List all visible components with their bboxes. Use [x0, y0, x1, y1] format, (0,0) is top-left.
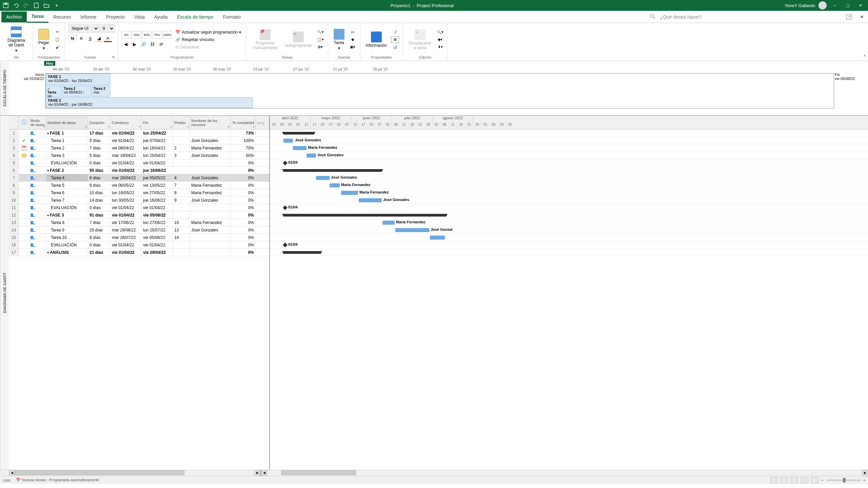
row-pct[interactable]: 0%: [231, 182, 256, 189]
row-resource[interactable]: [190, 241, 231, 248]
table-row[interactable]: 14Tarea 920 díasmar 28/06/22lun 25/07/22…: [9, 226, 269, 234]
row-resource[interactable]: José Gonzales: [190, 226, 231, 233]
outdent-icon[interactable]: ◀: [122, 41, 130, 48]
row-mode[interactable]: [29, 197, 46, 204]
row-mode[interactable]: [29, 189, 46, 196]
progress-25-button[interactable]: 25%: [132, 31, 141, 39]
row-duration[interactable]: 55 días: [88, 167, 111, 174]
unlink-icon[interactable]: ⛓: [148, 41, 156, 48]
row-number[interactable]: 15: [9, 234, 19, 241]
minimize-icon[interactable]: ─: [830, 2, 840, 9]
gantt-summary-bar[interactable]: [283, 251, 321, 254]
table-row[interactable]: 13Tarea 87 díasvie 17/06/22lun 27/06/221…: [9, 219, 269, 226]
row-end[interactable]: lun 18/04/22: [142, 144, 173, 151]
row-pred[interactable]: 8: [173, 189, 190, 196]
row-end[interactable]: lun 25/07/22: [142, 226, 173, 233]
row-duration[interactable]: 5 días: [88, 152, 111, 159]
table-row[interactable]: 12FASE 391 díasvie 01/04/22vie 05/08/220…: [9, 211, 269, 219]
row-name[interactable]: FASE 3: [46, 211, 88, 219]
row-pct[interactable]: 0%: [231, 241, 256, 248]
tab-informe[interactable]: Informe: [76, 12, 101, 22]
row-name[interactable]: Tarea 5: [46, 182, 88, 189]
row-pred[interactable]: [173, 159, 190, 166]
row-pct[interactable]: 100%: [231, 137, 256, 144]
row-name[interactable]: Tarea 4: [46, 174, 88, 181]
row-number[interactable]: 10: [9, 197, 19, 204]
tab-ayuda[interactable]: Ayuda: [150, 12, 172, 22]
scroll-left-icon[interactable]: ◀: [9, 470, 15, 475]
manual-schedule-button[interactable]: 📌 Programar manualmente: [250, 28, 281, 51]
deactivate-button[interactable]: ⊘ Desactivar: [174, 44, 242, 50]
row-name[interactable]: FASE 2: [46, 167, 88, 174]
row-resource[interactable]: Maria Fernandez: [190, 144, 231, 151]
view-report-icon[interactable]: [811, 477, 818, 483]
row-end[interactable]: vie 05/08/22: [142, 211, 173, 219]
gantt-milestone-icon[interactable]: [283, 243, 288, 247]
col-duration[interactable]: Duración▾: [88, 116, 111, 129]
row-pct[interactable]: 0%: [231, 159, 256, 166]
row-number[interactable]: 13: [9, 219, 19, 226]
gantt-summary-bar[interactable]: [283, 132, 314, 135]
table-row[interactable]: 10Tarea 714 díaslun 30/05/22jue 16/06/22…: [9, 197, 269, 204]
row-number[interactable]: 2: [9, 137, 19, 144]
col-name[interactable]: Nombre de tarea▾: [46, 116, 88, 129]
row-resource[interactable]: José Gonzales: [190, 197, 231, 204]
row-duration[interactable]: 21 días: [88, 249, 111, 256]
row-name[interactable]: Tarea 7: [46, 197, 88, 204]
gantt-task-bar[interactable]: [293, 146, 307, 150]
row-duration[interactable]: 0 días: [88, 204, 111, 211]
row-start[interactable]: vie 01/04/22: [111, 249, 142, 256]
row-end[interactable]: vie 05/08/22: [142, 234, 173, 241]
tab-proyecto[interactable]: Proyecto: [101, 12, 130, 22]
row-duration[interactable]: 8 días: [88, 174, 111, 181]
progress-100-button[interactable]: 100%: [162, 31, 172, 39]
row-end[interactable]: jue 16/06/22: [142, 167, 173, 174]
maximize-icon[interactable]: ▢: [843, 2, 852, 9]
row-name[interactable]: ANÁLISIS: [46, 249, 88, 256]
chart-scroll-left-icon[interactable]: ◀: [261, 470, 267, 475]
row-number[interactable]: 8: [9, 182, 19, 189]
row-start[interactable]: mar 26/07/22: [111, 234, 142, 241]
row-resource[interactable]: Maria Fernandez: [190, 189, 231, 196]
gantt-task-bar[interactable]: [316, 176, 330, 180]
col-add[interactable]: greg: [256, 116, 269, 129]
zoom-out-icon[interactable]: ─: [821, 478, 824, 482]
notes-icon[interactable]: 📝: [391, 29, 399, 36]
row-duration[interactable]: 9 días: [88, 234, 111, 241]
row-mode[interactable]: [29, 159, 46, 166]
row-duration[interactable]: 6 días: [88, 182, 111, 189]
link-icon[interactable]: 🔗: [139, 41, 147, 48]
gantt-task-bar[interactable]: [330, 183, 340, 187]
user-avatar-icon[interactable]: [818, 1, 827, 9]
row-end[interactable]: vie 01/04/22: [142, 241, 173, 248]
deliverable-icon[interactable]: ▣▾: [349, 44, 357, 50]
row-number[interactable]: 14: [9, 226, 19, 233]
clear-icon[interactable]: ◆▾: [436, 36, 444, 43]
row-end[interactable]: jue 16/06/22: [142, 197, 173, 204]
underline-button[interactable]: S: [86, 35, 94, 42]
timeline-tarea2[interactable]: Tarea 2vie 08/04/22 -: [62, 86, 91, 97]
row-mode[interactable]: [29, 167, 46, 174]
col-end[interactable]: Fin▾: [142, 116, 173, 129]
row-number[interactable]: 3: [9, 144, 19, 151]
row-start[interactable]: vie 01/04/22: [111, 241, 142, 248]
col-resources[interactable]: Nombres de los recursos▾: [190, 116, 231, 129]
share-icon[interactable]: [844, 12, 854, 22]
table-row[interactable]: 5EVALUACIÓN0 díasvie 01/04/22vie 01/04/2…: [9, 159, 269, 167]
scroll-right-icon[interactable]: ▶: [254, 470, 260, 475]
table-row[interactable]: 17ANÁLISIS21 díasvie 01/04/22vie 29/04/2…: [9, 249, 269, 256]
col-mode[interactable]: Modo de tarea▾: [29, 116, 46, 129]
row-mode[interactable]: [29, 226, 46, 233]
row-number[interactable]: 11: [9, 204, 19, 211]
row-resource[interactable]: [190, 159, 231, 166]
redo-icon[interactable]: [23, 2, 29, 8]
row-pred[interactable]: [173, 241, 190, 248]
view-team-icon[interactable]: [791, 477, 798, 483]
row-pct[interactable]: 0%: [231, 249, 256, 256]
table-row[interactable]: 4Tarea 35 díasmar 19/04/22lun 25/04/223J…: [9, 152, 269, 159]
progress-0-button[interactable]: 0%: [122, 31, 131, 39]
gantt-chart[interactable]: abril 2022mayo 2022junio 2022julio 2022a…: [270, 116, 868, 470]
row-number[interactable]: 16: [9, 241, 19, 248]
row-end[interactable]: lun 25/04/22: [142, 152, 173, 159]
row-duration[interactable]: 14 días: [88, 197, 111, 204]
